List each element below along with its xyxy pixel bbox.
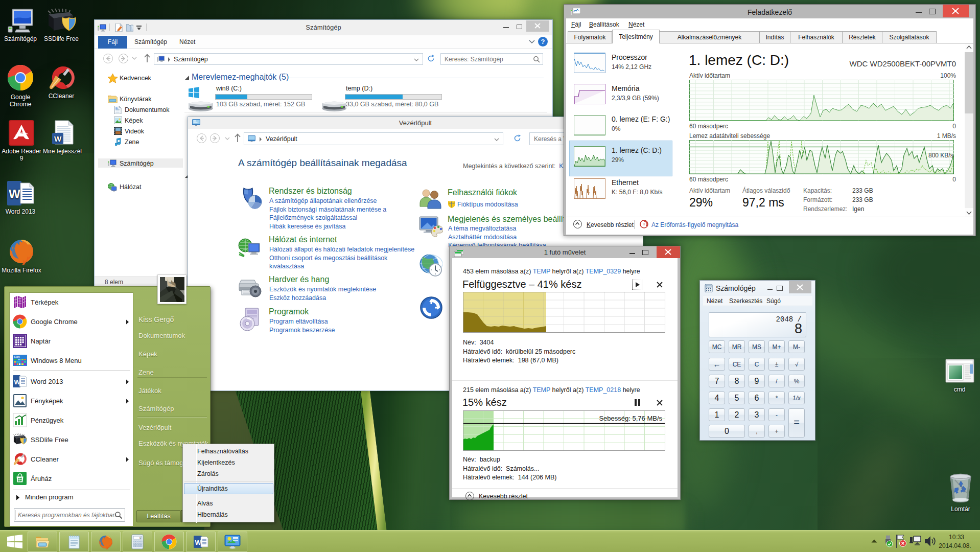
svg-text:Start: Start bbox=[14, 355, 20, 358]
svg-text:0: 0 bbox=[139, 537, 141, 540]
svg-text:W: W bbox=[54, 134, 62, 143]
svg-text:800 KB/s: 800 KB/s bbox=[928, 152, 953, 159]
svg-text:W: W bbox=[195, 539, 202, 546]
svg-text:Sebesség: 5,76 MB/s: Sebesség: 5,76 MB/s bbox=[599, 415, 662, 422]
svg-text:W: W bbox=[9, 187, 20, 201]
